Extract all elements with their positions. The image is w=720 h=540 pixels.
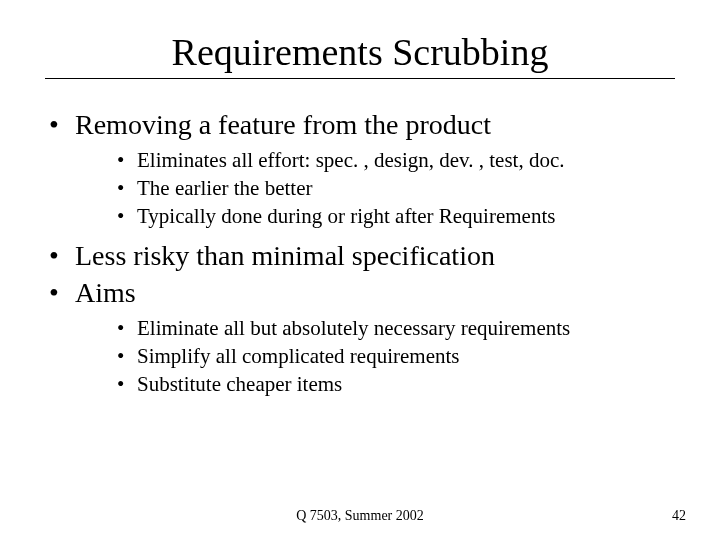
bullet-text: Eliminates all effort: spec. , design, d…	[137, 148, 564, 172]
bullet-item: Less risky than minimal specification	[45, 238, 675, 274]
footer: Q 7503, Summer 2002	[0, 508, 720, 524]
bullet-text: Typically done during or right after Req…	[137, 204, 555, 228]
bullet-item: The earlier the better	[115, 175, 675, 202]
slide: Requirements Scrubbing Removing a featur…	[0, 0, 720, 540]
title-underline	[45, 78, 675, 79]
bullet-text: Eliminate all but absolutely necessary r…	[137, 316, 570, 340]
slide-title: Requirements Scrubbing	[45, 30, 675, 74]
page-number: 42	[672, 508, 686, 524]
bullet-list-level1: Removing a feature from the product Elim…	[45, 107, 675, 398]
bullet-item: Aims Eliminate all but absolutely necess…	[45, 275, 675, 397]
bullet-text: Simplify all complicated requirements	[137, 344, 460, 368]
bullet-item: Substitute cheaper items	[115, 371, 675, 398]
bullet-text: Removing a feature from the product	[75, 109, 491, 140]
bullet-text: Substitute cheaper items	[137, 372, 342, 396]
bullet-text: Aims	[75, 277, 136, 308]
bullet-item: Eliminate all but absolutely necessary r…	[115, 315, 675, 342]
bullet-item: Simplify all complicated requirements	[115, 343, 675, 370]
bullet-list-level2: Eliminates all effort: spec. , design, d…	[115, 147, 675, 230]
bullet-item: Typically done during or right after Req…	[115, 203, 675, 230]
bullet-text: The earlier the better	[137, 176, 312, 200]
bullet-list-level2: Eliminate all but absolutely necessary r…	[115, 315, 675, 398]
footer-text: Q 7503, Summer 2002	[296, 508, 424, 524]
bullet-text: Less risky than minimal specification	[75, 240, 495, 271]
bullet-item: Eliminates all effort: spec. , design, d…	[115, 147, 675, 174]
bullet-item: Removing a feature from the product Elim…	[45, 107, 675, 229]
